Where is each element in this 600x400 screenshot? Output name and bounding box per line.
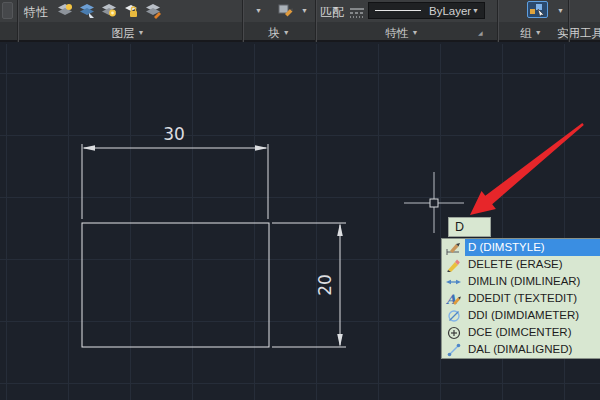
panel-tab-group[interactable]: 组▼ — [520, 26, 541, 41]
lineweight-preview-line — [375, 10, 421, 11]
block-dropdown-icon[interactable]: ▼ — [255, 7, 262, 14]
layer-properties-label: 特性 — [24, 4, 48, 21]
chevron-down-icon: ▼ — [283, 29, 290, 36]
panel-separator — [497, 0, 498, 42]
autocomplete-item-label: D (DIMSTYLE) — [465, 239, 600, 256]
command-input[interactable]: D — [448, 217, 491, 237]
properties-dialog-launcher-icon[interactable]: ◢ — [478, 29, 483, 36]
block-more-dropdown-icon[interactable]: ▼ — [301, 7, 308, 14]
block-edit-icon[interactable] — [277, 1, 293, 17]
autocomplete-item-dimlinear[interactable]: DIMLIN (DIMLINEAR) — [442, 273, 600, 290]
textedit-icon: A — [442, 290, 465, 307]
autocomplete-item-label: DDI (DIMDIAMETER) — [465, 307, 600, 324]
autocomplete-item-label: DAL (DIMALIGNED) — [465, 341, 600, 358]
autocomplete-item-label: DIMLIN (DIMLINEAR) — [465, 273, 600, 290]
autocomplete-item-textedit[interactable]: A DDEDIT (TEXTEDIT) — [442, 290, 600, 307]
panel-tab-properties[interactable]: 特性▼ — [386, 26, 419, 41]
panel-tab-block[interactable]: 块▼ — [268, 26, 289, 41]
autocad-window: 30 20 特性 — [0, 0, 600, 400]
layer-isolate-icon[interactable] — [79, 3, 95, 19]
linetype-icon[interactable] — [349, 5, 365, 21]
chevron-down-icon: ▼ — [412, 29, 419, 36]
clipped-panel-icon — [2, 2, 13, 19]
autocomplete-item-dimcenter[interactable]: DCE (DIMCENTER) — [442, 324, 600, 341]
dimaligned-icon — [442, 341, 465, 358]
command-autocomplete-list: D (DIMSTYLE) DELETE (ERASE) DIMLIN (DIML… — [441, 238, 600, 359]
lineweight-dropdown-icon[interactable]: ▼ — [472, 7, 479, 14]
autocomplete-item-label: DCE (DIMCENTER) — [465, 324, 600, 341]
layer-off-icon[interactable] — [57, 3, 73, 19]
dimdiameter-icon — [442, 307, 465, 324]
dimlinear-icon — [442, 273, 465, 290]
ribbon-icon-row: 特性 — [0, 0, 600, 22]
lineweight-select[interactable]: ByLayer ▼ — [368, 2, 485, 19]
autocomplete-item-erase[interactable]: DELETE (ERASE) — [442, 256, 600, 273]
panel-separator — [315, 0, 316, 42]
ribbon: 特性 — [0, 0, 600, 44]
panel-tab-layers[interactable]: 图层▼ — [112, 26, 145, 41]
chevron-down-icon: ▼ — [535, 29, 542, 36]
command-input-value: D — [455, 220, 464, 234]
match-properties-label[interactable]: 匹配 — [320, 4, 344, 21]
layer-freeze-icon[interactable] — [101, 3, 117, 19]
autocomplete-item-label: DELETE (ERASE) — [465, 256, 600, 273]
dimcenter-icon — [442, 324, 465, 341]
layer-current-icon[interactable] — [145, 3, 161, 19]
autocomplete-item-dimstyle[interactable]: D (DIMSTYLE) — [442, 239, 600, 256]
autocomplete-item-dimdiameter[interactable]: DDI (DIMDIAMETER) — [442, 307, 600, 324]
dimstyle-icon — [442, 239, 465, 256]
ribbon-panel-label-row: 图层▼ 块▼ 特性▼ ◢ 组▼ 实用工具 — [0, 22, 600, 42]
autocomplete-item-dimaligned[interactable]: DAL (DIMALIGNED) — [442, 341, 600, 358]
group-selection-toggle[interactable] — [527, 1, 548, 18]
erase-icon — [442, 256, 465, 273]
panel-tab-utilities[interactable]: 实用工具 — [557, 26, 600, 41]
panel-separator — [568, 0, 569, 42]
panel-separator — [17, 0, 18, 42]
panel-separator — [242, 0, 243, 42]
lineweight-value: ByLayer — [429, 5, 472, 17]
chevron-down-icon: ▼ — [138, 29, 145, 36]
autocomplete-item-label: DDEDIT (TEXTEDIT) — [465, 290, 600, 307]
layer-lock-icon[interactable] — [123, 3, 139, 19]
group-dropdown-icon[interactable]: ▼ — [557, 7, 564, 14]
